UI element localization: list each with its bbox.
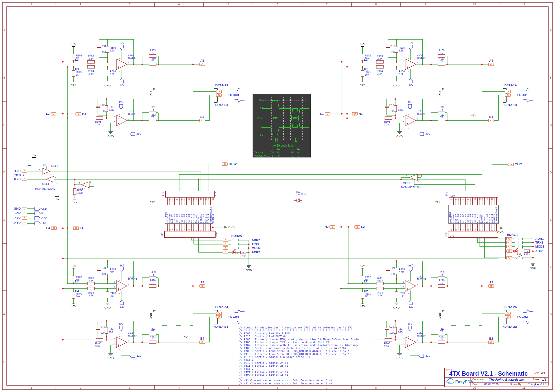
capacitor-C42[interactable] xyxy=(96,328,100,329)
buffer-U34.2[interactable] xyxy=(81,182,89,188)
capacitor-C22[interactable] xyxy=(385,328,389,329)
resistor-R308[interactable] xyxy=(96,117,103,120)
resistor-R806[interactable] xyxy=(106,70,109,76)
pad-TXH[interactable] xyxy=(22,170,27,173)
pad-B4[interactable] xyxy=(200,341,205,344)
capacitor-C31[interactable] xyxy=(97,47,101,49)
resistor-R312[interactable] xyxy=(149,119,156,122)
pad-RXH[interactable] xyxy=(22,178,27,181)
pad-hdr[interactable] xyxy=(223,251,228,254)
pad-hdr[interactable] xyxy=(216,312,221,315)
resistor-R208[interactable] xyxy=(385,338,392,341)
resistor-R304[interactable] xyxy=(87,65,95,68)
pad-H3[interactable] xyxy=(76,112,81,115)
pad-hdr[interactable] xyxy=(507,245,512,248)
resistor-R462[interactable] xyxy=(73,189,76,195)
resistor-R212[interactable] xyxy=(438,341,445,344)
pad-hdr[interactable] xyxy=(505,90,510,93)
header-JP1[interactable] xyxy=(165,191,214,197)
pad-B4[interactable] xyxy=(489,119,494,122)
resistor-R107[interactable] xyxy=(394,106,397,112)
resistor-R101[interactable] xyxy=(361,71,364,77)
pad-hdr[interactable] xyxy=(505,312,510,315)
pad-B3[interactable] xyxy=(200,119,205,122)
pad-A4[interactable] xyxy=(200,285,205,287)
resistor-R104[interactable] xyxy=(376,65,383,68)
resistor-R108[interactable] xyxy=(385,117,392,120)
buffer-U34.1[interactable] xyxy=(42,168,50,174)
led-L2[interactable] xyxy=(515,248,518,253)
pad-hdr[interactable] xyxy=(507,256,512,259)
resistor-R403[interactable] xyxy=(87,282,95,285)
pad-hdr[interactable] xyxy=(507,250,512,253)
pad--12V[interactable] xyxy=(22,217,27,220)
resistor-R207[interactable] xyxy=(394,327,397,333)
resistor-R407[interactable] xyxy=(105,327,108,333)
pad-hdr[interactable] xyxy=(507,237,512,240)
pad-+5V[interactable] xyxy=(22,212,27,215)
resistor-R310[interactable] xyxy=(149,63,156,66)
pad-hdr[interactable] xyxy=(505,94,510,97)
resistor-R201[interactable] xyxy=(361,292,364,298)
pad-H4[interactable] xyxy=(51,227,57,229)
pad-L4[interactable] xyxy=(73,227,79,229)
pad-H2[interactable] xyxy=(330,226,335,228)
pad-H1[interactable] xyxy=(352,112,358,115)
pad-L3[interactable] xyxy=(51,112,56,115)
resistor-R401[interactable] xyxy=(72,292,75,298)
pad-hdr[interactable] xyxy=(505,315,510,318)
resistor-R404[interactable] xyxy=(87,287,95,290)
resistor-R405[interactable] xyxy=(106,268,109,274)
header-JP2[interactable] xyxy=(165,231,215,238)
resistor-R303[interactable] xyxy=(87,60,95,63)
resistor-R112[interactable] xyxy=(438,119,445,122)
resistor-R406[interactable] xyxy=(106,292,109,298)
pad-L2[interactable] xyxy=(355,226,360,228)
pad-+12V[interactable] xyxy=(22,222,27,225)
pad-GND[interactable] xyxy=(22,207,27,210)
capacitor-C11[interactable] xyxy=(386,47,390,49)
resistor-R410[interactable] xyxy=(149,285,156,287)
resistor-R102[interactable] xyxy=(361,54,364,60)
resistor-R204[interactable] xyxy=(376,287,383,290)
capacitor-C12[interactable] xyxy=(385,106,389,108)
resistor-R302[interactable] xyxy=(72,54,75,60)
pad-hdr[interactable] xyxy=(216,315,221,318)
resistor-R206[interactable] xyxy=(395,292,398,298)
pad-hdr[interactable] xyxy=(216,90,221,93)
resistor-R203[interactable] xyxy=(376,282,383,285)
resistor-R205[interactable] xyxy=(395,268,398,274)
resistor-R301[interactable] xyxy=(72,71,75,77)
pad-hdr[interactable] xyxy=(223,247,228,249)
led-L1[interactable] xyxy=(233,249,236,254)
resistor-R408[interactable] xyxy=(96,338,103,341)
pad-L1[interactable] xyxy=(325,112,330,115)
pad-hdr[interactable] xyxy=(223,239,228,242)
pad-CLK2[interactable] xyxy=(222,163,227,165)
resistor-R103[interactable] xyxy=(376,60,383,63)
pad-hdr[interactable] xyxy=(223,243,228,246)
pad-B2[interactable] xyxy=(489,341,494,344)
pad-CLK1[interactable] xyxy=(508,163,513,166)
capacitor-C41[interactable] xyxy=(97,269,101,271)
resistor-R412[interactable] xyxy=(149,341,156,344)
resistor-R105[interactable] xyxy=(395,46,398,52)
resistor-R110[interactable] xyxy=(438,63,445,66)
pad-A4[interactable] xyxy=(489,63,494,66)
pad-hdr[interactable] xyxy=(216,94,221,97)
resistor-R210[interactable] xyxy=(438,285,445,287)
header-JP3[interactable] xyxy=(448,231,498,238)
buffer-U34.3[interactable] xyxy=(409,174,417,180)
capacitor-C32[interactable] xyxy=(96,106,100,108)
resistor-R202[interactable] xyxy=(361,276,364,282)
pad-A3[interactable] xyxy=(200,63,205,66)
diode-D11[interactable] xyxy=(294,199,302,203)
resistor-R307[interactable] xyxy=(105,106,108,112)
pad-A2[interactable] xyxy=(489,285,494,287)
header-JP4[interactable] xyxy=(449,191,498,197)
resistor-R305[interactable] xyxy=(106,46,109,52)
pad-hdr[interactable] xyxy=(507,241,512,244)
capacitor-C21[interactable] xyxy=(386,269,390,271)
resistor-R402[interactable] xyxy=(72,276,75,282)
resistor-R106[interactable] xyxy=(395,70,398,76)
